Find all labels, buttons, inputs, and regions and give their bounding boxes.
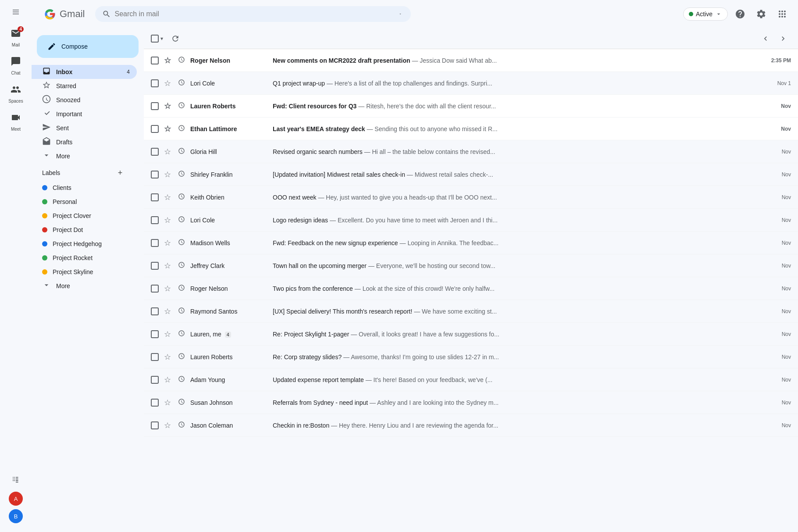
star-button[interactable]: ☆ xyxy=(162,100,173,113)
table-row[interactable]: ☆ Keith Obrien OOO next week — Hey, just… xyxy=(144,186,798,209)
star-button[interactable]: ☆ xyxy=(162,145,173,158)
active-status-badge[interactable]: Active xyxy=(683,7,728,21)
table-row[interactable]: ☆ Jeffrey Clark Town hall on the upcomin… xyxy=(144,254,798,277)
user-avatar-2[interactable]: B xyxy=(9,509,23,523)
row-checkbox[interactable] xyxy=(151,399,159,407)
row-checkbox[interactable] xyxy=(151,171,159,179)
apps-button[interactable] xyxy=(773,5,791,23)
star-button[interactable]: ☆ xyxy=(162,236,173,250)
star-button[interactable]: ☆ xyxy=(162,396,173,409)
row-checkbox[interactable] xyxy=(151,57,159,64)
rail-item-spaces[interactable]: Spaces xyxy=(4,81,28,107)
snooze-button[interactable] xyxy=(176,146,187,158)
table-row[interactable]: ☆ Raymond Santos [UX] Special delivery! … xyxy=(144,300,798,323)
rail-item-meet[interactable]: Meet xyxy=(4,109,28,135)
snooze-button[interactable] xyxy=(176,305,187,318)
row-checkbox[interactable] xyxy=(151,216,159,224)
row-checkbox[interactable] xyxy=(151,193,159,201)
row-checkbox[interactable] xyxy=(151,125,159,133)
row-checkbox[interactable] xyxy=(151,262,159,270)
snooze-button[interactable] xyxy=(176,168,187,181)
label-project-rocket[interactable]: Project Rocket xyxy=(32,251,137,265)
hamburger-button[interactable] xyxy=(7,4,25,21)
select-all-area[interactable]: ▾ xyxy=(151,35,164,43)
star-button[interactable]: ☆ xyxy=(162,122,173,136)
snooze-button[interactable] xyxy=(176,100,187,112)
nav-item-snoozed[interactable]: Snoozed xyxy=(32,93,137,107)
table-row[interactable]: ☆ Lori Cole Logo redesign ideas — Excell… xyxy=(144,209,798,232)
table-row[interactable]: ☆ Madison Wells Fwd: Feedback on the new… xyxy=(144,232,798,254)
select-all-checkbox[interactable] xyxy=(151,35,159,43)
snooze-button[interactable] xyxy=(176,214,187,226)
row-checkbox[interactable] xyxy=(151,102,159,110)
star-button[interactable]: ☆ xyxy=(162,77,173,90)
search-bar[interactable] xyxy=(95,6,411,22)
star-button[interactable]: ☆ xyxy=(162,350,173,364)
nav-item-important[interactable]: Important xyxy=(32,107,137,121)
star-button[interactable]: ☆ xyxy=(162,305,173,318)
star-button[interactable]: ☆ xyxy=(162,54,173,67)
star-button[interactable]: ☆ xyxy=(162,373,173,386)
snooze-button[interactable] xyxy=(176,419,187,432)
table-row[interactable]: ☆ Roger Nelson Two pics from the confere… xyxy=(144,277,798,300)
search-input[interactable] xyxy=(114,10,393,18)
nav-item-more[interactable]: More xyxy=(32,149,137,163)
star-button[interactable]: ☆ xyxy=(162,259,173,272)
snooze-button[interactable] xyxy=(176,77,187,89)
row-checkbox[interactable] xyxy=(151,376,159,384)
refresh-button[interactable] xyxy=(167,31,183,46)
table-row[interactable]: ☆ Adam Young Updated expense report temp… xyxy=(144,368,798,391)
snooze-button[interactable] xyxy=(176,328,187,340)
nav-item-sent[interactable]: Sent xyxy=(32,121,137,135)
label-project-skyline[interactable]: Project Skyline xyxy=(32,265,137,279)
table-row[interactable]: ☆ Ethan Lattimore Last year's EMEA strat… xyxy=(144,118,798,140)
snooze-button[interactable] xyxy=(176,260,187,272)
apps-icon-rail[interactable] xyxy=(7,471,25,488)
star-button[interactable]: ☆ xyxy=(162,328,173,341)
star-button[interactable]: ☆ xyxy=(162,214,173,227)
table-row[interactable]: ☆ Lauren Roberts Re: Corp strategy slide… xyxy=(144,346,798,368)
label-project-hedgehog[interactable]: Project Hedgehog xyxy=(32,237,137,251)
nav-item-starred[interactable]: Starred xyxy=(32,79,137,93)
select-dropdown-icon[interactable]: ▾ xyxy=(160,35,164,43)
add-label-button[interactable]: + xyxy=(114,167,126,179)
next-page-button[interactable] xyxy=(775,31,791,46)
compose-button[interactable]: Compose xyxy=(37,35,139,58)
row-checkbox[interactable] xyxy=(151,330,159,338)
user-avatar-1[interactable]: A xyxy=(9,492,23,506)
row-checkbox[interactable] xyxy=(151,307,159,315)
rail-item-chat[interactable]: Chat xyxy=(4,53,28,79)
star-button[interactable]: ☆ xyxy=(162,282,173,295)
search-dropdown-icon[interactable] xyxy=(397,11,404,18)
snooze-button[interactable] xyxy=(176,374,187,386)
settings-button[interactable] xyxy=(752,5,770,23)
snooze-button[interactable] xyxy=(176,123,187,135)
snooze-button[interactable] xyxy=(176,282,187,295)
row-checkbox[interactable] xyxy=(151,353,159,361)
row-checkbox[interactable] xyxy=(151,148,159,156)
snooze-button[interactable] xyxy=(176,396,187,409)
help-button[interactable] xyxy=(731,5,749,23)
table-row[interactable]: ☆ Roger Nelson New comments on MCR2022 d… xyxy=(144,49,798,72)
row-checkbox[interactable] xyxy=(151,421,159,429)
snooze-button[interactable] xyxy=(176,191,187,204)
row-checkbox[interactable] xyxy=(151,285,159,293)
table-row[interactable]: ☆ Lori Cole Q1 project wrap-up — Here's … xyxy=(144,72,798,95)
rail-item-mail[interactable]: 4 Mail xyxy=(4,25,28,51)
nav-item-drafts[interactable]: Drafts xyxy=(32,135,137,149)
row-checkbox[interactable] xyxy=(151,239,159,247)
row-checkbox[interactable] xyxy=(151,79,159,87)
table-row[interactable]: ☆ Susan Johnson Referrals from Sydney - … xyxy=(144,391,798,414)
table-row[interactable]: ☆ Lauren, me 4 Re: Project Skylight 1-pa… xyxy=(144,323,798,346)
snooze-button[interactable] xyxy=(176,54,187,67)
label-project-clover[interactable]: Project Clover xyxy=(32,209,137,223)
label-clients[interactable]: Clients xyxy=(32,181,137,195)
star-button[interactable]: ☆ xyxy=(162,419,173,432)
prev-page-button[interactable] xyxy=(758,31,773,46)
snooze-button[interactable] xyxy=(176,351,187,363)
label-project-dot[interactable]: Project Dot xyxy=(32,223,137,237)
table-row[interactable]: ☆ Lauren Roberts Fwd: Client resources f… xyxy=(144,95,798,118)
snooze-button[interactable] xyxy=(176,237,187,249)
nav-item-more-labels[interactable]: More xyxy=(32,279,137,293)
table-row[interactable]: ☆ Jason Coleman Checkin in re:Boston — H… xyxy=(144,414,798,437)
